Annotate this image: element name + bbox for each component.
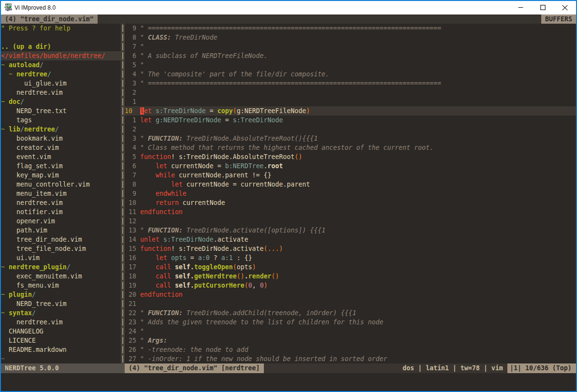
tree-row[interactable]: creator.vim (1, 143, 121, 152)
editor-row[interactable]: 25 " Args: (125, 336, 576, 345)
editor-row[interactable]: 6 " A subclass of NERDTreeFileNode. (125, 51, 576, 60)
editor-row[interactable]: 4 " The 'composite' part of the file/dir… (125, 70, 576, 79)
tree-row[interactable]: nerdtree.vim (1, 88, 121, 97)
tree-row[interactable]: tree_file_node.vim (1, 244, 121, 253)
tree-row[interactable]: fs_menu.vim (1, 281, 121, 290)
editor-row[interactable]: 4 " Class method that returns the highes… (125, 143, 576, 152)
tree-row[interactable]: NERD_tree.vim (1, 299, 121, 308)
editor-row[interactable]: 7 " (125, 42, 576, 51)
close-button[interactable] (554, 1, 576, 15)
editor-row[interactable]: 1 let g:NERDTreeDirNode = s:TreeDirNode (125, 116, 576, 125)
tree-row[interactable]: CHANGELOG (1, 327, 121, 336)
editor-row[interactable]: 2 (125, 88, 576, 97)
tree-row[interactable]: tree_dir_node.vim (1, 235, 121, 244)
tree-row[interactable]: ~ nerdtree_plugin/ (1, 262, 121, 272)
line-number: 6 (125, 161, 140, 171)
code-segment-file: bookmark.vim (1, 135, 63, 142)
editor-row[interactable]: 15 function! s:TreeDirNode.activate(...) (125, 244, 576, 253)
tree-row[interactable]: path.vim (1, 226, 121, 235)
tree-row[interactable]: event.vim (1, 152, 121, 161)
editor-row[interactable]: 17 call self.toggleOpen(opts) (125, 262, 576, 272)
tree-row[interactable]: " Press ? for help (1, 24, 121, 33)
tree-row[interactable]: ui_glue.vim (1, 79, 121, 88)
editor-row[interactable]: 3 " ====================================… (125, 79, 576, 88)
editor-row[interactable]: 27 " -inOrder: 1 if the new node should … (125, 354, 576, 363)
tree-row[interactable]: notifier.vim (1, 207, 121, 217)
line-number: 2 (125, 125, 140, 134)
tree-row[interactable]: NERD_tree.txt (1, 106, 121, 116)
titlebar[interactable]: Vi IMproved 8.0 (1, 1, 576, 15)
tree-row[interactable]: README.markdown (1, 345, 121, 354)
editor-row[interactable]: 24 " (125, 327, 576, 336)
editor-row[interactable]: 12 (125, 217, 576, 226)
tree-row[interactable]: ~ nerdtree/ (1, 70, 121, 79)
editor-row[interactable]: 16 let opts = a:0 ? a:1 : {} (125, 253, 576, 262)
tree-row[interactable] (1, 33, 121, 42)
editor-row[interactable]: 20 endfunction (125, 290, 576, 299)
tree-row[interactable]: ~ lib/nerdtree/ (1, 125, 121, 134)
tree-row[interactable]: menu_controller.vim (1, 180, 121, 189)
editor-row[interactable]: 18 call self.getNerdtree().render() (125, 272, 576, 281)
tree-row[interactable]: opener.vim (1, 217, 121, 226)
editor-row[interactable]: 6 let currentNode = b:NERDTree.root (125, 161, 576, 171)
tree-row[interactable]: ~ autoload/ (1, 60, 121, 70)
tree-row[interactable]: menu_item.vim (1, 189, 121, 198)
tab-active[interactable]: (4) "tree_dir_node.vim" (1, 15, 98, 24)
line-number: 7 (125, 171, 140, 180)
editor-row[interactable]: 23 " Adds the given treenode to the list… (125, 318, 576, 327)
editor-row[interactable]: 19 call self.putCursorHere(0, 0) (125, 281, 576, 290)
code-segment-file: NERD_tree.vim (1, 300, 67, 307)
editor-row[interactable]: 3 " FUNCTION: TreeDirNode.AbsoluteTreeRo… (125, 134, 576, 143)
command-line[interactable] (1, 373, 576, 391)
tree-row[interactable]: </vimfiles/bundle/nerdtree/ (1, 51, 121, 60)
line-number: 24 (125, 327, 140, 336)
tree-row[interactable]: .. (up a dir) (1, 42, 121, 51)
editor-panel: 9 " ====================================… (125, 24, 576, 363)
line-number: 3 (125, 134, 140, 143)
tree-row[interactable]: ~ (1, 354, 121, 363)
tree-row[interactable]: bookmark.vim (1, 134, 121, 143)
maximize-button[interactable] (532, 1, 554, 15)
tree-row[interactable]: ui.vim (1, 253, 121, 262)
tree-row[interactable]: ~ syntax/ (1, 308, 121, 318)
editor-row[interactable]: 2 (125, 125, 576, 134)
line-number: 1 (125, 97, 140, 106)
buffers-label: BUFFERS (541, 15, 576, 24)
vertical-split-separator[interactable] (121, 24, 125, 363)
code-segment-paren: () (294, 153, 302, 160)
code-segment-tilde: ~ (1, 309, 9, 317)
tree-row[interactable]: nerdtree.vim (1, 198, 121, 207)
line-number: 26 (125, 345, 140, 354)
tree-row[interactable]: exec_menuitem.vim (1, 272, 121, 281)
code-segment-file: notifier.vim (1, 208, 63, 216)
code-segment-kw: function (140, 153, 171, 160)
tree-row[interactable]: ~ doc/ (1, 97, 121, 106)
tree-row[interactable]: tags (1, 116, 121, 125)
tree-row[interactable]: LICENCE (1, 336, 121, 345)
code-segment-var: opts (171, 254, 187, 261)
editor-row[interactable]: 10 return currentNode (125, 198, 576, 207)
tree-row[interactable]: ~ plugin/ (1, 290, 121, 299)
editor-row[interactable]: 8 " CLASS: TreeDirNode (125, 33, 576, 42)
editor-row[interactable]: 8 let currentNode = currentNode.parent (125, 180, 576, 189)
editor-row[interactable]: 5 function! s:TreeDirNode.AbsoluteTreeRo… (125, 152, 576, 161)
code-segment-cm: " ======================================… (140, 25, 441, 32)
tree-row[interactable]: key_map.vim (1, 171, 121, 180)
line-number: 1 (125, 116, 140, 125)
tree-row[interactable]: flag_set.vim (1, 161, 121, 171)
editor-row[interactable]: 1 (125, 97, 576, 106)
editor-row[interactable]: 21 (125, 299, 576, 308)
editor-row[interactable]: 10 let s:TreeDirNode = copy(g:NERDTreeFi… (125, 106, 576, 116)
editor-row[interactable]: 14 unlet s:TreeDirNode.activate (125, 235, 576, 244)
code-segment-var: a:0 (198, 254, 210, 261)
minimize-button[interactable] (510, 1, 532, 15)
editor-row[interactable]: 26 " -treenode: the node to add (125, 345, 576, 354)
editor-row[interactable]: 7 while currentNode.parent != {} (125, 171, 576, 180)
editor-row[interactable]: 9 " ====================================… (125, 24, 576, 33)
editor-row[interactable]: 13 " FUNCTION: TreeDirNode.activate([opt… (125, 226, 576, 235)
editor-row[interactable]: 11 endfunction (125, 207, 576, 217)
editor-row[interactable]: 9 endwhile (125, 189, 576, 198)
editor-row[interactable]: 22 " FUNCTION: TreeDirNode.addChild(tree… (125, 308, 576, 318)
tree-row[interactable]: nerdtree.vim (1, 318, 121, 327)
editor-row[interactable]: 5 " (125, 60, 576, 70)
